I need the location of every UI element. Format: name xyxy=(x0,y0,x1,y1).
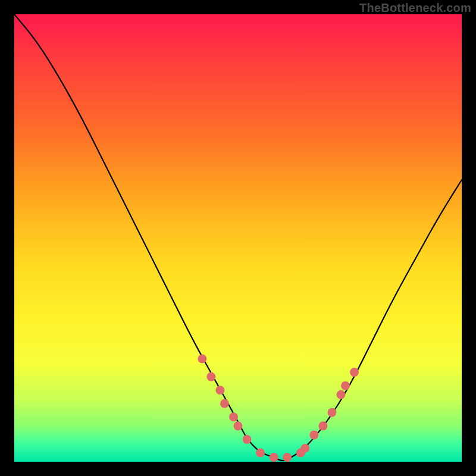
highlight-dot xyxy=(350,368,359,377)
bottleneck-chart xyxy=(14,14,462,462)
highlight-dot xyxy=(206,372,215,381)
highlight-dot xyxy=(341,381,350,390)
highlight-dot xyxy=(283,453,292,462)
highlight-dot xyxy=(309,430,318,439)
highlight-dot xyxy=(243,435,252,444)
highlight-dot xyxy=(318,421,327,430)
highlight-dot xyxy=(300,444,309,453)
highlight-dot xyxy=(270,453,278,462)
highlight-dot xyxy=(198,355,206,364)
highlight-dot xyxy=(234,421,243,430)
highlight-dot xyxy=(327,408,336,417)
highlight-dot xyxy=(215,386,224,394)
highlight-dot xyxy=(256,448,265,457)
watermark-text: TheBottleneck.com xyxy=(359,1,471,15)
highlight-dot xyxy=(220,399,229,408)
highlight-dot xyxy=(336,390,345,399)
bottleneck-curve-line xyxy=(14,14,462,461)
highlight-marker-group xyxy=(198,355,359,462)
highlight-dot xyxy=(229,412,238,421)
